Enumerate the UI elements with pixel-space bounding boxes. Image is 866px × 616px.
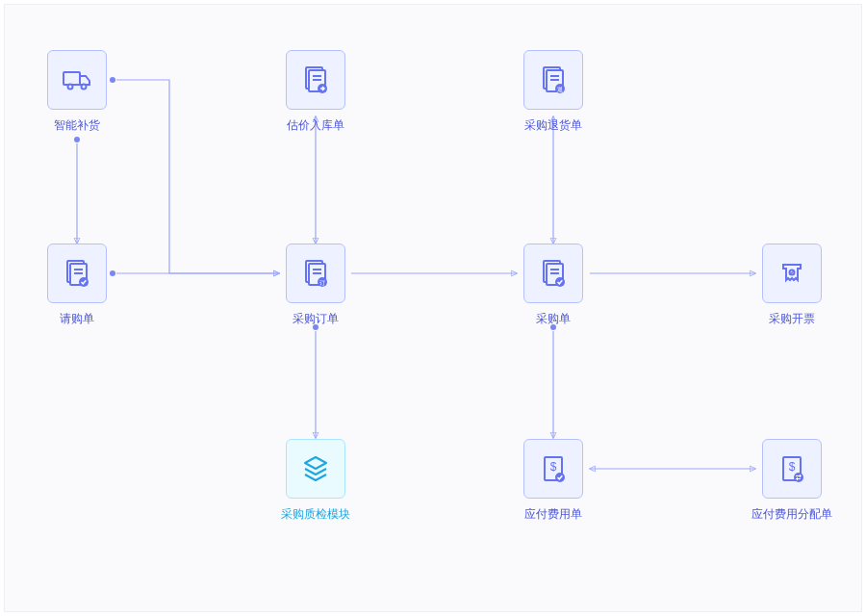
node-label: 智能补货: [54, 117, 100, 134]
svg-rect-14: [64, 72, 80, 85]
node-qc-module[interactable]: 采购质检模块: [281, 439, 350, 523]
node-label: 请购单: [60, 311, 94, 327]
node-label: 应付费用单: [524, 506, 582, 523]
svg-text:退: 退: [557, 87, 563, 92]
svg-point-15: [68, 85, 73, 90]
node-purchase-order[interactable]: 订 采购订单: [281, 244, 350, 327]
node-label: 采购单: [536, 311, 571, 327]
svg-point-0: [74, 137, 80, 142]
doc-tag-icon: 订: [286, 244, 345, 303]
node-smart-restock[interactable]: 智能补货: [42, 50, 112, 134]
node-label: 估价入库单: [287, 117, 344, 134]
node-label: 采购开票: [769, 311, 815, 327]
doc-check-icon: [47, 244, 107, 303]
doc-check-icon: [523, 244, 583, 303]
svg-text:订: 订: [319, 280, 325, 286]
node-purchase-request[interactable]: 请购单: [42, 244, 112, 327]
diagram-canvas: 智能补货 估价入库单 退 采购退货单 请购单 订 采购订单 采购单: [4, 4, 862, 612]
node-purchase-return[interactable]: 退 采购退货单: [519, 50, 588, 134]
node-purchase-invoice[interactable]: 采购开票: [757, 244, 827, 327]
svg-point-50: [794, 473, 803, 482]
receipt-icon: [762, 244, 822, 303]
node-label: 采购订单: [293, 311, 339, 327]
stack-icon: [286, 439, 345, 499]
node-label: 采购退货单: [524, 117, 582, 134]
doc-arrow-icon: [286, 50, 345, 110]
svg-text:$: $: [550, 460, 557, 474]
svg-point-16: [82, 85, 87, 90]
truck-icon: [47, 50, 107, 110]
doc-swap-icon: $: [762, 439, 822, 499]
doc-return-icon: 退: [523, 50, 583, 110]
node-payable-expense[interactable]: $ 应付费用单: [519, 439, 588, 523]
node-estimate-inbound[interactable]: 估价入库单: [281, 50, 350, 134]
doc-money-icon: $: [523, 439, 583, 499]
node-label: 应付费用分配单: [751, 506, 832, 523]
node-purchase-slip[interactable]: 采购单: [519, 244, 588, 327]
node-payable-alloc[interactable]: $ 应付费用分配单: [757, 439, 827, 523]
svg-text:$: $: [789, 460, 796, 474]
node-label: 采购质检模块: [281, 506, 350, 523]
connectors: [5, 5, 863, 613]
